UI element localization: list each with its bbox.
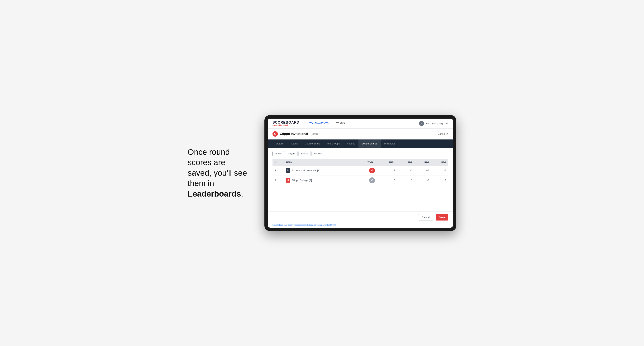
cell-rd2: +5 (414, 166, 432, 175)
sign-out-link[interactable]: Sign out (439, 122, 448, 125)
url-bar: https://stage-blue-coach.stagescoreboard… (268, 223, 453, 228)
tournament-header: C Clippd Invitational (Men) Cancel ✕ (268, 129, 453, 140)
tournament-subtitle: (Men) (311, 132, 318, 136)
col-team: TEAM (284, 159, 355, 166)
sidebar-line4: them in (188, 179, 214, 188)
score-badge: +3 (369, 177, 375, 183)
cell-rank: 1 (272, 166, 284, 175)
team-name-text: Scoreboard University [A] (292, 169, 320, 172)
col-rd2: RD2 (414, 159, 432, 166)
col-rd3: RD3 (432, 159, 448, 166)
score-badge: -5 (369, 168, 375, 173)
tablet-screen: SCOREBOARD Powered by clippd TOURNAMENTS… (268, 119, 453, 228)
cell-thru: F (377, 166, 398, 175)
footer-cancel-button[interactable]: Cancel (418, 214, 433, 220)
sidebar-line2: scores are (188, 158, 225, 167)
logo-text: SCOREBOARD (272, 121, 299, 124)
sidebar-text: Once round scores are saved, you'll see … (188, 147, 249, 199)
tournament-name: Clippd Invitational (280, 132, 308, 136)
sidebar-line1: Once round (188, 148, 230, 157)
tab-printables[interactable]: Printables (381, 140, 399, 148)
app-header: SCOREBOARD Powered by clippd TOURNAMENTS… (268, 119, 453, 129)
app-logo: SCOREBOARD Powered by clippd (272, 121, 299, 126)
sidebar-period: . (241, 189, 243, 198)
filter-players[interactable]: Players (285, 151, 298, 156)
cell-rd1: -4 (398, 166, 414, 175)
filter-strokes[interactable]: Strokes (312, 151, 324, 156)
tab-details[interactable]: Details (272, 140, 287, 148)
cell-total: -5 (355, 166, 377, 175)
close-icon: ✕ (446, 132, 448, 135)
tab-leaderboards[interactable]: Leaderboards (358, 140, 381, 148)
user-name: Test User | (426, 122, 438, 125)
tab-tee-groups[interactable]: Tee Groups (324, 140, 343, 148)
cell-total: +3 (355, 175, 377, 185)
col-rank: # (272, 159, 284, 166)
team-name-text: Clippd College [A] (292, 179, 312, 182)
col-rd1: RD1 (398, 159, 414, 166)
cell-rd1: +8 (398, 175, 414, 185)
tab-course-setup[interactable]: Course Setup (301, 140, 324, 148)
nav-tournaments[interactable]: TOURNAMENTS (306, 119, 332, 129)
cell-rd3: +3 (432, 175, 448, 185)
filter-scores[interactable]: Scores (298, 151, 310, 156)
tournament-cancel-btn[interactable]: Cancel ✕ (438, 132, 448, 135)
filter-row: Teams Players Scores Strokes (272, 151, 448, 156)
cell-team: SU Scoreboard University [A] (284, 166, 355, 175)
nav-links: TOURNAMENTS TEAMS (306, 119, 349, 129)
logo-powered: Powered by clippd (272, 125, 299, 126)
tournament-icon: C (272, 131, 278, 137)
team-logo-icon: C (286, 178, 290, 182)
content-area: Teams Players Scores Strokes # TEAM TOTA… (268, 148, 453, 188)
sidebar-line3: saved, you'll see (188, 169, 247, 177)
tablet-device: SCOREBOARD Powered by clippd TOURNAMENTS… (264, 115, 456, 231)
leaderboard-table: # TEAM TOTAL THRU RD1 RD2 RD3 1 SU (272, 159, 448, 185)
sidebar-bold: Leaderboards (188, 189, 241, 198)
table-header-row: # TEAM TOTAL THRU RD1 RD2 RD3 (272, 159, 448, 166)
page-wrapper: Once round scores are saved, you'll see … (188, 115, 456, 231)
tournament-title-area: C Clippd Invitational (Men) (272, 131, 318, 137)
col-total: TOTAL (355, 159, 377, 166)
header-left: SCOREBOARD Powered by clippd TOURNAMENTS… (272, 119, 349, 129)
filter-teams[interactable]: Teams (272, 151, 284, 156)
col-thru: THRU (377, 159, 398, 166)
tab-nav: Details Teams Course Setup Tee Groups Re… (268, 140, 453, 148)
table-row: 1 SU Scoreboard University [A] -5 F -4 +… (272, 166, 448, 175)
tab-results[interactable]: Results (343, 140, 358, 148)
cell-rd3: -6 (432, 166, 448, 175)
cell-rank: 2 (272, 175, 284, 185)
team-logo-icon: SU (286, 168, 290, 173)
nav-teams[interactable]: TEAMS (332, 119, 349, 129)
table-row: 2 C Clippd College [A] +3 F +8 -8 +3 (272, 175, 448, 185)
header-right: S Test User | Sign out (419, 121, 448, 126)
modal-footer: Cancel Save (268, 211, 453, 223)
cell-rd2: -8 (414, 175, 432, 185)
tab-teams[interactable]: Teams (287, 140, 301, 148)
user-avatar: S (419, 121, 424, 126)
cell-team: C Clippd College [A] (284, 175, 355, 185)
footer-save-button[interactable]: Save (436, 214, 448, 220)
cell-thru: F (377, 175, 398, 185)
